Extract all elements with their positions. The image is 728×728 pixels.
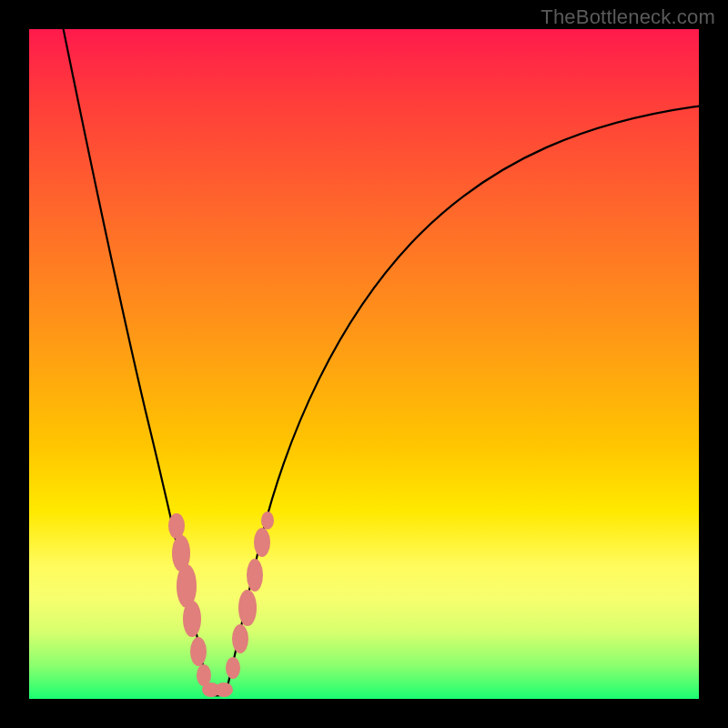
curve-layer [29, 29, 699, 699]
blob-right-1 [226, 657, 240, 679]
curve-left-branch [62, 29, 209, 693]
watermark-text: TheBottleneck.com [541, 5, 715, 29]
blob-right-4 [247, 559, 263, 592]
blob-right-3 [238, 590, 257, 626]
blob-left-5 [190, 637, 207, 666]
curve-valley [209, 693, 226, 696]
blob-bottom-1 [202, 682, 220, 697]
blob-left-2 [172, 535, 190, 571]
blob-left-4 [183, 601, 201, 637]
blob-right-2 [232, 624, 248, 653]
blob-right-5 [254, 528, 270, 557]
plot-area [29, 29, 699, 699]
blob-bottom-2 [215, 682, 233, 697]
blob-left-6 [197, 664, 211, 686]
chart-frame: TheBottleneck.com [0, 0, 728, 728]
blob-left-3 [177, 564, 197, 608]
blob-right-6 [261, 511, 274, 530]
curve-right-branch [226, 106, 699, 693]
blob-left-1 [168, 513, 185, 539]
